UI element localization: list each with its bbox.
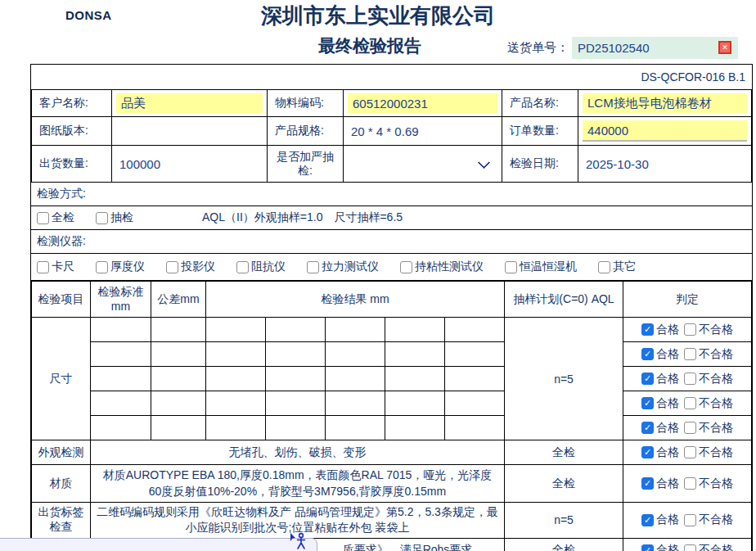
fail-checkbox[interactable] bbox=[684, 477, 696, 490]
pass-checkbox[interactable]: ✓ bbox=[641, 544, 654, 551]
col-header-standard: 检验标准mm bbox=[91, 282, 151, 318]
inspection-date-input[interactable]: 2025-10-30 bbox=[579, 157, 750, 171]
impedance-meter-checkbox[interactable] bbox=[236, 261, 249, 273]
standard-input-cell[interactable] bbox=[91, 416, 151, 440]
standard-input-cell[interactable] bbox=[91, 318, 151, 342]
ship-qty-input[interactable]: 100000 bbox=[113, 157, 266, 171]
result-input-cell[interactable] bbox=[445, 342, 505, 367]
other-instrument-checkbox[interactable] bbox=[598, 261, 610, 273]
tolerance-input-cell[interactable] bbox=[151, 391, 206, 416]
result-input-cell[interactable] bbox=[385, 342, 445, 367]
result-input-cell[interactable] bbox=[206, 342, 266, 367]
tolerance-input-cell[interactable] bbox=[151, 367, 206, 391]
full-inspection-checkbox[interactable] bbox=[37, 212, 49, 224]
result-input-cell[interactable] bbox=[206, 367, 266, 391]
result-input-cell[interactable] bbox=[385, 367, 445, 391]
caliper-checkbox[interactable] bbox=[37, 261, 49, 273]
climate-chamber-checkbox[interactable] bbox=[505, 261, 517, 273]
result-input-cell[interactable] bbox=[385, 318, 445, 342]
pass-label: 合格 bbox=[656, 476, 679, 491]
adhesion-tester-checkbox[interactable] bbox=[400, 261, 412, 273]
result-input-cell[interactable] bbox=[266, 342, 326, 367]
strict-inspection-value bbox=[344, 157, 351, 171]
pass-checkbox[interactable]: ✓ bbox=[641, 373, 654, 385]
judgement-cell: ✓ 合格 不合格 bbox=[624, 347, 750, 362]
result-input-cell[interactable] bbox=[385, 391, 445, 416]
result-input-cell[interactable] bbox=[266, 391, 326, 416]
pass-checkbox[interactable]: ✓ bbox=[641, 514, 654, 526]
tension-tester-checkbox[interactable] bbox=[307, 261, 319, 273]
col-header-tolerance: 公差mm bbox=[151, 282, 206, 318]
pass-checkbox[interactable]: ✓ bbox=[641, 446, 654, 458]
result-input-cell[interactable] bbox=[206, 391, 266, 416]
tolerance-input-cell[interactable] bbox=[151, 416, 206, 440]
result-input-cell[interactable] bbox=[445, 318, 505, 342]
tolerance-input-cell[interactable] bbox=[151, 318, 206, 342]
judgement-cell: ✓ 合格 不合格 bbox=[624, 476, 750, 491]
full-inspection-label: 全检 bbox=[52, 210, 74, 225]
material-code-input[interactable]: 60512000231 bbox=[348, 93, 497, 113]
pass-label: 合格 bbox=[656, 543, 679, 551]
thickness-gauge-checkbox[interactable] bbox=[96, 261, 108, 273]
pass-checkbox[interactable]: ✓ bbox=[641, 397, 654, 409]
fail-checkbox[interactable] bbox=[684, 397, 696, 409]
pass-checkbox[interactable]: ✓ bbox=[641, 477, 654, 490]
tension-tester-label: 拉力测试仪 bbox=[322, 260, 379, 274]
dimension-item-label: 尺寸 bbox=[32, 318, 91, 440]
projector-checkbox[interactable] bbox=[166, 261, 178, 273]
fail-checkbox[interactable] bbox=[684, 422, 696, 434]
sampling-inspection-checkbox[interactable] bbox=[96, 212, 108, 224]
pass-label: 合格 bbox=[656, 396, 679, 411]
standard-input-cell[interactable] bbox=[91, 342, 151, 367]
result-input-cell[interactable] bbox=[206, 318, 266, 342]
material-desc: 材质AUROTYPE EBA 180,厚度0.18mm，表面颜色RAL 7015… bbox=[91, 465, 505, 503]
fail-checkbox[interactable] bbox=[684, 446, 696, 458]
result-input-cell[interactable] bbox=[445, 416, 505, 440]
result-input-cell[interactable] bbox=[445, 391, 505, 416]
delivery-no-input[interactable]: PD25102540 ✕ bbox=[572, 37, 738, 59]
checkmark-icon: ✓ bbox=[644, 399, 651, 408]
result-input-cell[interactable] bbox=[326, 318, 385, 342]
result-input-cell[interactable] bbox=[385, 416, 445, 440]
pass-label: 合格 bbox=[656, 513, 679, 527]
fail-label: 不合格 bbox=[699, 445, 733, 460]
pass-checkbox[interactable]: ✓ bbox=[641, 323, 654, 336]
fail-checkbox[interactable] bbox=[684, 373, 696, 385]
result-input-cell[interactable] bbox=[266, 367, 326, 391]
result-input-cell[interactable] bbox=[326, 391, 385, 416]
fail-label: 不合格 bbox=[699, 323, 733, 337]
result-input-cell[interactable] bbox=[326, 342, 385, 367]
pass-checkbox[interactable]: ✓ bbox=[641, 422, 654, 434]
result-input-cell[interactable] bbox=[266, 318, 326, 342]
order-qty-input[interactable]: 440000 bbox=[583, 120, 747, 142]
material-item-label: 材质 bbox=[32, 465, 91, 503]
product-name-input[interactable]: LCM接地导电泡棉卷材 bbox=[583, 93, 747, 113]
drawing-version-label: 图纸版本: bbox=[32, 117, 112, 146]
result-input-cell[interactable] bbox=[326, 367, 385, 391]
customer-name-input[interactable]: 品美 bbox=[116, 93, 263, 113]
fail-label: 不合格 bbox=[699, 372, 733, 386]
fail-checkbox[interactable] bbox=[684, 348, 696, 360]
product-spec-label: 产品规格: bbox=[268, 117, 344, 146]
caliper-label: 卡尺 bbox=[52, 260, 74, 274]
judgement-cell: ✓ 合格 不合格 bbox=[624, 513, 750, 527]
fail-checkbox[interactable] bbox=[684, 514, 696, 526]
result-input-cell[interactable] bbox=[266, 416, 326, 440]
result-input-cell[interactable] bbox=[326, 416, 385, 440]
standard-input-cell[interactable] bbox=[91, 367, 151, 391]
fail-checkbox[interactable] bbox=[684, 323, 696, 336]
tolerance-input-cell[interactable] bbox=[151, 342, 206, 367]
ship-qty-label: 出货数量: bbox=[32, 146, 112, 183]
result-input-cell[interactable] bbox=[445, 367, 505, 391]
standard-input-cell[interactable] bbox=[91, 391, 151, 416]
pass-checkbox[interactable]: ✓ bbox=[641, 348, 654, 360]
product-spec-input[interactable]: 20 * 4 * 0.69 bbox=[344, 124, 501, 138]
other-instrument-label: 其它 bbox=[613, 260, 636, 274]
inspection-method-options: 全检 抽检 AQL（II）外观抽样=1.0 尺寸抽样=6.5 bbox=[31, 206, 752, 230]
strict-inspection-select[interactable] bbox=[344, 157, 501, 171]
shipping-label-item-label: 出货标签检查 bbox=[32, 503, 91, 539]
fail-checkbox[interactable] bbox=[684, 544, 696, 551]
chevron-down-icon bbox=[478, 156, 491, 169]
result-input-cell[interactable] bbox=[206, 416, 266, 440]
customer-name-label: 客户名称: bbox=[32, 90, 112, 117]
